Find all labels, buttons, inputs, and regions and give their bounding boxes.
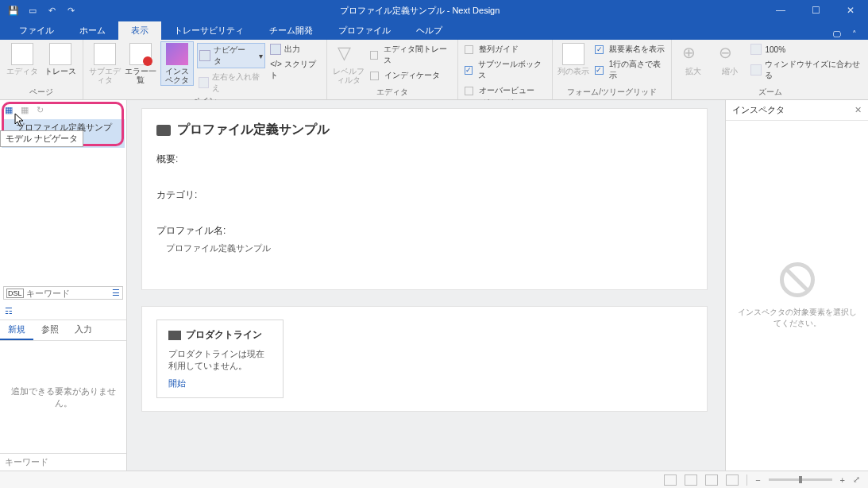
filter-icon[interactable]: ☰	[112, 288, 120, 298]
lefttab-ref[interactable]: 参照	[33, 320, 67, 340]
redo-icon[interactable]: ↷	[65, 6, 76, 16]
productline-msg: プロダクトラインは現在利用していません。	[168, 348, 272, 373]
status-plus[interactable]: +	[840, 475, 845, 485]
errorlist-button[interactable]: エラー一覧	[124, 41, 156, 84]
output-toggle[interactable]: 出力	[268, 43, 322, 56]
tab-file[interactable]: ファイル	[6, 21, 67, 40]
fit-window[interactable]: ウィンドウサイズに合わせる	[749, 58, 863, 82]
subtools-check[interactable]: ✓サブツールボックス	[463, 58, 547, 82]
rowheight-check[interactable]: ✓1行の高さで表示	[593, 58, 666, 82]
no-selection-icon	[780, 262, 815, 297]
group-zoom-label: ズーム	[677, 86, 863, 99]
productline-title: プロダクトライン	[168, 328, 272, 342]
inspector-close-icon[interactable]: ✕	[854, 105, 862, 115]
profilename-value: プロファイル定義サンプル	[156, 242, 692, 254]
status-view-3[interactable]	[705, 474, 718, 486]
db-icon[interactable]: ☶	[5, 306, 13, 316]
intertrace-check[interactable]: エディタ間トレース	[368, 43, 453, 67]
subeditor-button[interactable]: サブエディタ	[88, 41, 121, 84]
monitor-icon[interactable]: 🖵	[832, 29, 841, 40]
navigator-tooltip: モデル ナビゲータ	[0, 130, 83, 147]
factory-icon	[168, 331, 181, 340]
trace-button[interactable]: トレース	[43, 41, 78, 76]
group-page-label: ページ	[5, 86, 78, 99]
lefttab-in[interactable]: 入力	[67, 320, 100, 340]
parentname-check[interactable]: ✓親要素名を表示	[593, 43, 666, 56]
levelfilter-button[interactable]: ▽レベルフィルタ	[332, 41, 365, 84]
overview-check[interactable]: オーバービュー	[463, 84, 547, 97]
alignguide-check[interactable]: 整列ガイド	[463, 43, 547, 56]
tab-team[interactable]: チーム開発	[257, 21, 326, 40]
nav-tree-icon[interactable]: ▦	[5, 105, 16, 116]
group-form-label: フォーム/ツリーグリッド	[557, 86, 667, 99]
nav-icon-2[interactable]: ▦	[21, 105, 32, 116]
productline-start-link[interactable]: 開始	[168, 378, 186, 388]
keyword-footer[interactable]: キーワード	[0, 453, 126, 471]
inspector-title: インスペクタ	[732, 104, 785, 116]
tab-home[interactable]: ホーム	[67, 21, 118, 40]
status-view-2[interactable]	[685, 474, 697, 486]
group-editor-label: エディタ	[332, 86, 452, 99]
script-toggle[interactable]: </> スクリプト	[268, 58, 322, 82]
status-view-4[interactable]	[726, 474, 739, 486]
tab-trace[interactable]: トレーサビリティ	[161, 21, 257, 40]
status-view-1[interactable]	[664, 474, 677, 486]
page-title: プロファイル定義サンプル	[156, 122, 692, 138]
editor-button[interactable]: エディタ	[5, 41, 40, 76]
status-minus[interactable]: −	[755, 475, 760, 485]
status-expand-icon[interactable]: ⤢	[853, 474, 860, 485]
tab-help[interactable]: ヘルプ	[403, 21, 455, 40]
tab-profile[interactable]: プロファイル	[326, 21, 403, 40]
inspector-msg: インスペクタの対象要素を選択してください。	[735, 307, 858, 329]
maximize-button[interactable]: ☐	[798, 0, 833, 21]
add-empty-msg: 追加できる要素がありません。	[0, 341, 126, 453]
profile-icon	[156, 125, 171, 136]
undo-icon[interactable]: ↶	[46, 6, 57, 16]
collapse-ribbon-icon[interactable]: ˄	[852, 29, 857, 40]
profilename-label: プロファイル名:	[156, 225, 226, 236]
tab-view[interactable]: 表示	[118, 21, 161, 40]
inspector-button[interactable]: インスペクタ	[160, 41, 194, 86]
swap-sides[interactable]: 左右を入れ替え	[197, 71, 266, 95]
colshow-button[interactable]: 列の表示	[557, 41, 591, 76]
category-label: カテゴリ:	[156, 189, 197, 200]
save-icon[interactable]: 💾	[8, 6, 19, 16]
close-button[interactable]: ✕	[833, 0, 868, 21]
keyword-input[interactable]	[26, 289, 110, 298]
nav-refresh-icon[interactable]: ↻	[37, 105, 48, 116]
zoomin-button[interactable]: ⊕拡大	[677, 41, 710, 76]
overview-label: 概要:	[156, 153, 178, 165]
zoom-slider[interactable]	[769, 478, 832, 481]
zoom-pct[interactable]: 100%	[749, 43, 863, 56]
lefttab-new[interactable]: 新規	[0, 320, 33, 340]
window-title: プロファイル定義サンプル - Next Design	[76, 5, 763, 17]
new-icon[interactable]: ▭	[27, 6, 38, 16]
indicator-check[interactable]: インディケータ	[368, 69, 453, 82]
zoomout-button[interactable]: ⊖縮小	[713, 41, 746, 76]
minimize-button[interactable]: —	[763, 0, 798, 21]
abc-icon: DSL	[6, 289, 24, 298]
navigator-toggle[interactable]: ナビゲータ▾	[197, 43, 266, 68]
